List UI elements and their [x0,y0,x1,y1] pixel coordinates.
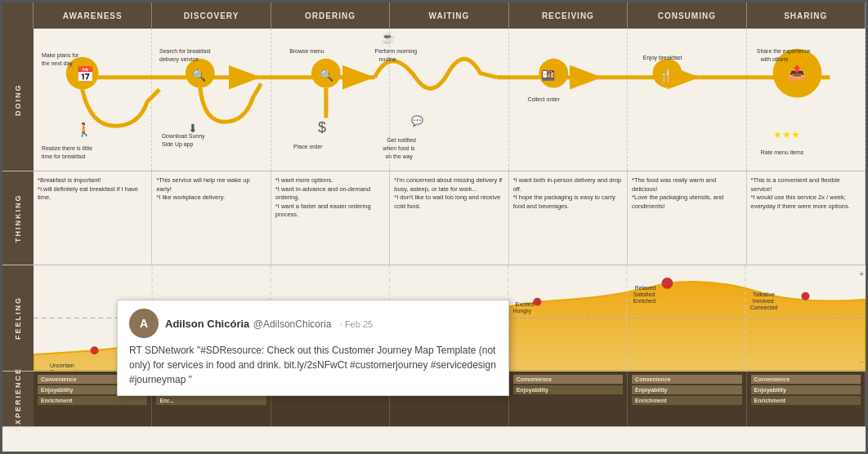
svg-text:Excited: Excited [516,301,535,307]
doing-content: 📅 🚶 Realize there is little time for bre… [34,29,866,171]
svg-text:Share the experience: Share the experience [757,48,811,55]
svg-text:the next day: the next day [42,60,73,67]
thinking-discovery-text: *This service will help me wake up early… [156,176,249,201]
notification-handle: @AdilsonChicoria [253,318,332,330]
notification-body: RT SDNetwork "#SDResource: Check out thi… [129,343,497,387]
thinking-awareness-text: *Breakfast is important!*I will definite… [38,176,138,201]
header-row: AWARENESS DISCOVERY ORDERING WAITING REC… [2,2,866,29]
svg-text:Rate menu items: Rate menu items [761,149,804,155]
thinking-ordering-text: *I want more options.*I want in-advance … [275,176,371,218]
exp-consuming: Convenience Enjoyability Enrichment [628,372,746,426]
svg-text:Place order: Place order [293,144,323,149]
svg-text:Side Up app: Side Up app [162,141,193,148]
header-receiving: RECEIVING [509,2,628,29]
svg-text:Relaxed: Relaxed [635,285,656,291]
thinking-sharing-text: *This is a convenient and flexible servi… [751,176,850,210]
svg-text:delivery service: delivery service [159,56,199,63]
svg-text:📅: 📅 [76,65,95,83]
svg-text:🍴: 🍴 [659,69,673,82]
svg-text:Perform morning: Perform morning [375,48,418,55]
doing-label: DOING [2,29,34,171]
doing-row: DOING [2,29,866,171]
header-label-spacer [2,2,34,29]
thinking-awareness: *Breakfast is important!*I will definite… [34,171,152,265]
svg-text:Connected: Connected [750,305,778,310]
notification-meta: Adilson Chicória @AdilsonChicoria · Feb … [165,316,373,331]
svg-text:Download Sunny: Download Sunny [162,133,205,140]
svg-text:Browse menu: Browse menu [289,48,324,54]
svg-text:🚶: 🚶 [76,122,92,137]
thinking-content: *Breakfast is important!*I will definite… [34,171,866,265]
notification-header: A Adilson Chicória @AdilsonChicoria · Fe… [129,309,497,338]
svg-text:Get notified: Get notified [387,137,416,143]
header-awareness: AWARENESS [34,2,152,29]
svg-text:★★★: ★★★ [773,129,800,140]
header-sharing: SHARING [747,2,866,29]
svg-text:Concerned: Concerned [50,369,78,371]
thinking-discovery: *This service will help me wake up early… [152,171,271,265]
thinking-waiting: *I'm concerned about missing delivery if… [390,171,508,265]
svg-text:💬: 💬 [411,114,423,127]
header-ordering: ORDERING [271,2,390,29]
header-consuming: CONSUMING [628,2,746,29]
svg-text:Uncertain: Uncertain [50,363,74,368]
svg-text:🔍: 🔍 [320,69,334,82]
svg-point-46 [91,346,99,354]
svg-text:Collect order: Collect order [527,96,560,102]
svg-text:☕: ☕ [381,31,396,45]
exp-sharing-enjoyability: Enjoyability [751,385,861,394]
exp-consuming-convenience: Convenience [632,375,741,384]
svg-text:$: $ [318,119,326,136]
notification-overlay: A Adilson Chicória @AdilsonChicoria · Fe… [117,300,509,396]
notification-date: · Feb 25 [340,319,373,329]
exp-sharing-convenience: Convenience [751,375,861,384]
thinking-ordering: *I want more options.*I want in-advance … [271,171,390,265]
svg-text:Involved: Involved [753,298,774,304]
svg-text:Make plans for: Make plans for [42,52,79,59]
journey-path-svg: 📅 🚶 Realize there is little time for bre… [34,29,866,171]
svg-text:with others: with others [760,56,789,62]
svg-text:Enjoy breakfast: Enjoy breakfast [643,55,682,61]
svg-text:Enriched: Enriched [633,298,656,304]
exp-sharing-enrichment: Enrichment [751,396,861,405]
exp-receiving-enrichment: Enjoyability [513,385,623,394]
svg-text:time for breakfast: time for breakfast [42,154,86,159]
thinking-label: THINKING [2,171,34,265]
svg-text:routine: routine [379,56,396,62]
svg-text:Talkative: Talkative [753,292,775,297]
exp-consuming-enjoyability: Enjoyability [632,385,741,394]
notification-avatar: A [129,309,159,338]
thinking-consuming-text: *The food was really warm and delicious!… [632,176,723,210]
header-discovery: DISCOVERY [152,2,271,29]
svg-text:⬇: ⬇ [188,122,198,135]
thinking-receiving: *I want both in-person delivery and drop… [509,171,628,265]
thinking-sharing: *This is a convenient and flexible servi… [747,171,866,265]
header-waiting: WAITING [390,2,508,29]
svg-text:Realize there is little: Realize there is little [42,145,92,151]
exp-discovery-enrichment: Enr... [156,396,266,405]
svg-text:Search for breakfast: Search for breakfast [159,48,211,54]
exp-receiving-convenience: Convenience [513,375,623,384]
svg-point-51 [661,278,673,289]
svg-text:📤: 📤 [788,64,807,82]
exp-receiving: Convenience Enjoyability [509,372,628,426]
svg-text:when food is: when food is [382,145,414,151]
svg-text:🔍: 🔍 [192,69,207,82]
thinking-receiving-text: *I want both in-person delivery and drop… [513,176,622,210]
avatar-initial: A [140,317,148,330]
svg-text:🍱: 🍱 [541,69,556,82]
svg-point-52 [801,292,809,300]
main-container: AWARENESS DISCOVERY ORDERING WAITING REC… [0,0,868,454]
thinking-row: THINKING *Breakfast is important!*I will… [2,171,866,265]
exp-consuming-enrichment: Enrichment [632,396,741,405]
svg-text:on the way: on the way [385,154,413,160]
svg-text:Satisfied: Satisfied [633,292,655,297]
exp-awareness-enrichment: Enrichment [38,396,147,405]
notification-name: Adilson Chicória [165,318,249,330]
exp-sharing: Convenience Enjoyability Enrichment [747,372,866,426]
svg-point-50 [533,298,541,306]
thinking-consuming: *The food was really warm and delicious!… [628,171,746,265]
svg-text:Hungry: Hungry [513,308,532,314]
experience-label: EXPERIENCE [2,372,34,426]
thinking-waiting-text: *I'm concerned about missing delivery if… [394,176,502,210]
